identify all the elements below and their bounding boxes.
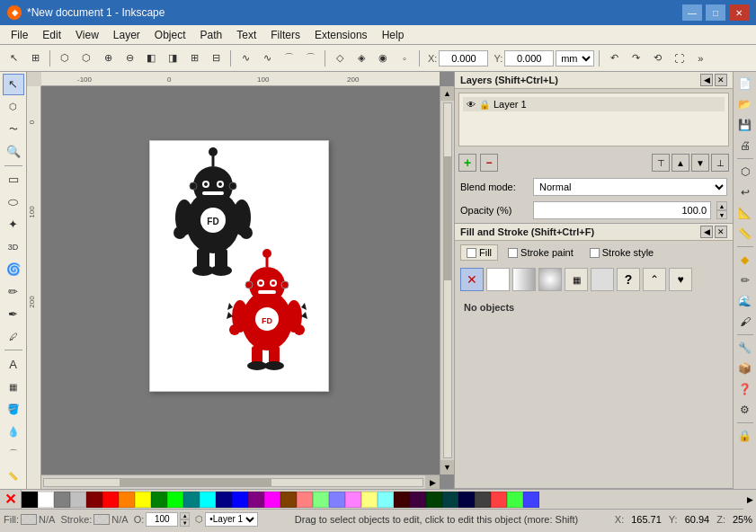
- menu-layer[interactable]: Layer: [106, 27, 147, 43]
- measure-tool[interactable]: 📏: [3, 466, 24, 487]
- opacity-up-btn[interactable]: ▲: [716, 201, 727, 210]
- stroke-style-checkbox[interactable]: [590, 248, 600, 258]
- node-tool[interactable]: ⬡: [3, 96, 24, 118]
- x-input[interactable]: [439, 50, 488, 66]
- menu-path[interactable]: Path: [193, 27, 230, 43]
- fill-none-btn[interactable]: ✕: [460, 268, 484, 291]
- palette-color-0[interactable]: [22, 492, 38, 508]
- palette-color-9[interactable]: [167, 492, 183, 508]
- pencil-tool[interactable]: ✏: [3, 280, 24, 302]
- palette-color-29[interactable]: [491, 492, 507, 508]
- maximize-button[interactable]: □: [706, 4, 725, 21]
- canvas-inner[interactable]: FD: [41, 86, 454, 474]
- tb-btn-3[interactable]: ⊕: [98, 49, 118, 68]
- rt-btn-settings[interactable]: ⚙: [735, 400, 755, 420]
- gradient-tool[interactable]: ▦: [3, 376, 24, 397]
- layer-eye-icon[interactable]: 👁: [467, 100, 476, 110]
- connector-tool[interactable]: ⌒: [3, 443, 24, 465]
- menu-text[interactable]: Text: [229, 27, 263, 43]
- menu-file[interactable]: File: [4, 27, 35, 43]
- rt-btn-align[interactable]: 📦: [735, 359, 755, 378]
- palette-color-5[interactable]: [102, 492, 119, 508]
- palette-color-16[interactable]: [280, 492, 297, 508]
- fill-stroke-collapse-btn[interactable]: ◀: [700, 226, 713, 238]
- rt-btn-brush[interactable]: 🖌: [735, 312, 755, 332]
- tb-node-1[interactable]: ◇: [330, 49, 350, 68]
- rt-btn-node[interactable]: 🔧: [735, 338, 755, 358]
- star-tool[interactable]: ✦: [3, 214, 24, 235]
- layer-to-bottom-btn[interactable]: ⊥: [711, 154, 729, 172]
- fill-linear-btn[interactable]: [512, 268, 536, 291]
- spiral-tool[interactable]: 🌀: [3, 259, 24, 280]
- rect-tool[interactable]: ▭: [3, 169, 24, 191]
- palette-scroll-right[interactable]: ▶: [743, 490, 756, 510]
- callig-tool[interactable]: 🖊: [3, 325, 24, 347]
- palette-color-15[interactable]: [264, 492, 280, 508]
- eyedropper-tool[interactable]: 💧: [3, 421, 24, 442]
- rt-btn-stroke[interactable]: ✏: [735, 270, 755, 290]
- palette-color-26[interactable]: [442, 492, 458, 508]
- opacity-status-input[interactable]: [146, 512, 178, 527]
- blend-select[interactable]: Normal Multiply Screen Overlay: [533, 178, 727, 196]
- fill-tab-fill[interactable]: Fill: [460, 244, 498, 261]
- rt-btn-fill[interactable]: ◆: [735, 250, 755, 270]
- stroke-paint-checkbox[interactable]: [508, 248, 518, 258]
- opacity-down-btn[interactable]: ▼: [716, 210, 727, 219]
- tweak-tool[interactable]: 〜: [3, 119, 24, 140]
- palette-color-13[interactable]: [232, 492, 248, 508]
- new-btn[interactable]: ↖: [4, 49, 23, 68]
- fill-pattern-btn[interactable]: ▦: [565, 268, 588, 291]
- menu-edit[interactable]: Edit: [35, 27, 68, 43]
- fullscreen-btn[interactable]: ⛶: [669, 49, 689, 68]
- rt-btn-doc[interactable]: 📏: [735, 224, 755, 244]
- tb-extra[interactable]: »: [690, 49, 710, 68]
- fill-tab-stroke-paint[interactable]: Stroke paint: [502, 244, 580, 261]
- menu-filters[interactable]: Filters: [263, 27, 307, 43]
- menu-help[interactable]: Help: [375, 27, 412, 43]
- layers-collapse-btn[interactable]: ◀: [700, 74, 713, 86]
- y-input[interactable]: [504, 50, 554, 66]
- opacity-status-down-btn[interactable]: ▼: [180, 519, 190, 527]
- scrollbar-h-track[interactable]: [43, 478, 423, 487]
- scrollbar-horizontal[interactable]: ◀ ▶: [27, 474, 440, 489]
- fill-stroke-close-btn[interactable]: ✕: [715, 226, 727, 238]
- tb-curve-1[interactable]: ∿: [236, 49, 255, 68]
- text-tool[interactable]: A: [3, 353, 24, 375]
- scrollbar-v-thumb[interactable]: [444, 156, 451, 280]
- remove-layer-btn[interactable]: −: [480, 154, 498, 172]
- palette-color-27[interactable]: [458, 492, 475, 508]
- tb-btn-1[interactable]: ⬡: [55, 49, 75, 68]
- palette-color-14[interactable]: [248, 492, 264, 508]
- layers-close-btn[interactable]: ✕: [715, 74, 727, 86]
- palette-color-31[interactable]: [523, 492, 539, 508]
- opacity-input[interactable]: [533, 201, 711, 219]
- menu-view[interactable]: View: [68, 27, 106, 43]
- palette-color-17[interactable]: [297, 492, 313, 508]
- layer-status-select[interactable]: •Layer 1: [205, 512, 258, 527]
- add-layer-btn[interactable]: +: [458, 154, 476, 172]
- tb-curve-4[interactable]: ⌒: [300, 49, 320, 68]
- rt-btn-print[interactable]: 🖨: [735, 136, 755, 155]
- scrollbar-v-track[interactable]: [443, 102, 452, 458]
- palette-color-24[interactable]: [410, 492, 426, 508]
- fill-marker-btn[interactable]: ⌃: [643, 268, 666, 291]
- palette-color-18[interactable]: [313, 492, 329, 508]
- fill-tab-stroke-style[interactable]: Stroke style: [583, 244, 660, 261]
- fill-unknown-btn[interactable]: ?: [617, 268, 640, 291]
- palette-color-8[interactable]: [151, 492, 167, 508]
- palette-color-21[interactable]: [361, 492, 378, 508]
- fill-heart-btn[interactable]: ♥: [669, 268, 692, 291]
- palette-color-22[interactable]: [378, 492, 394, 508]
- palette-color-10[interactable]: [183, 492, 200, 508]
- rt-btn-save[interactable]: 💾: [735, 115, 755, 135]
- palette-color-19[interactable]: [329, 492, 345, 508]
- layer-down-btn[interactable]: ▼: [691, 154, 709, 172]
- minimize-button[interactable]: —: [682, 4, 702, 21]
- scrollbar-h-thumb[interactable]: [120, 479, 271, 486]
- rt-btn-import[interactable]: ⬡: [735, 162, 755, 182]
- scroll-up-btn[interactable]: ▲: [440, 86, 455, 101]
- fill-flat-btn[interactable]: [486, 268, 510, 291]
- palette-color-25[interactable]: [426, 492, 442, 508]
- tb-btn-6[interactable]: ◨: [163, 49, 182, 68]
- scroll-down-btn[interactable]: ▼: [440, 460, 455, 474]
